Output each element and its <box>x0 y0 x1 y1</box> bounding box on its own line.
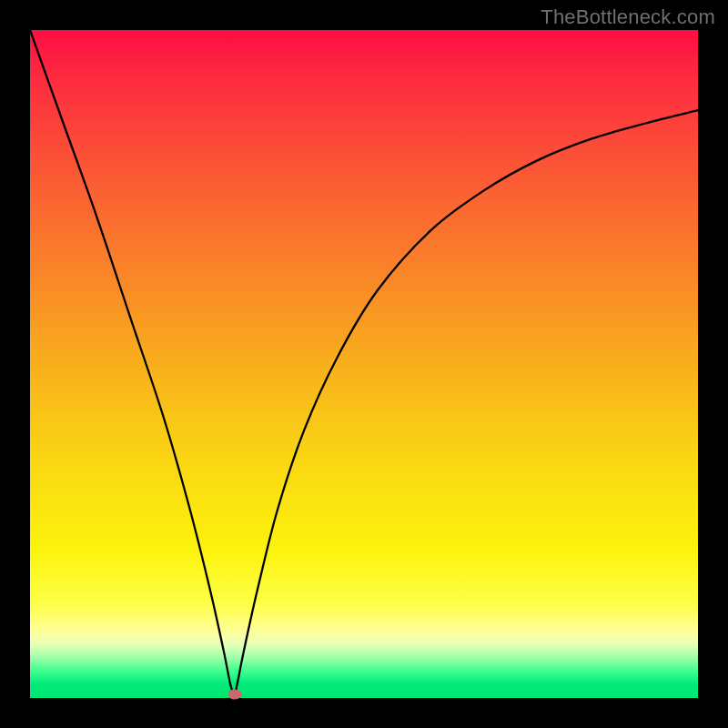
watermark-text: TheBottleneck.com <box>541 5 715 29</box>
chart-frame: TheBottleneck.com <box>0 0 728 728</box>
optimal-point-marker <box>228 690 241 700</box>
plot-area <box>30 30 698 698</box>
bottleneck-curve <box>30 30 698 698</box>
